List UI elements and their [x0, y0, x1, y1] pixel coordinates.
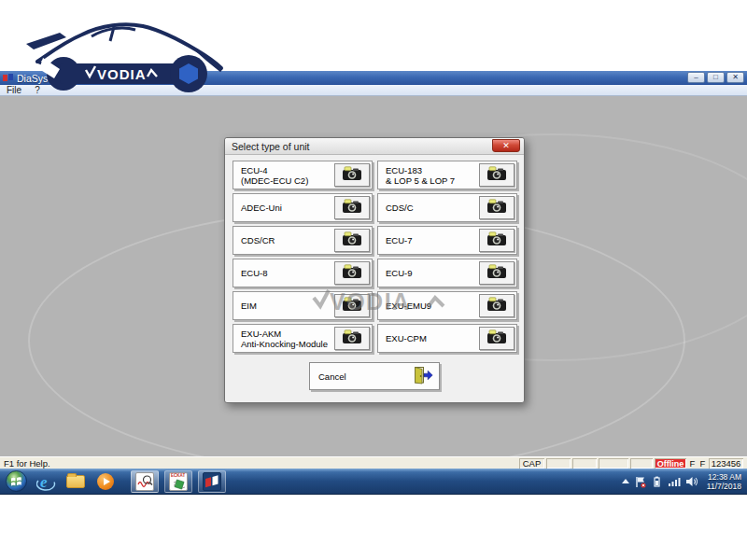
- unit-button-label-group: ECU-8: [241, 268, 268, 278]
- unit-button-label: EXU-EMU9: [386, 301, 431, 311]
- battery-icon[interactable]: [651, 476, 663, 487]
- camera-button[interactable]: [479, 327, 514, 350]
- logo-brand-text: VODIA: [97, 66, 147, 82]
- unit-button[interactable]: ECU-7: [377, 226, 517, 255]
- unit-button-label-group: ECU-9: [386, 268, 413, 278]
- status-offline-badge: Offline: [655, 458, 686, 469]
- status-code-cell: 123456: [709, 458, 743, 469]
- start-button[interactable]: [4, 470, 28, 493]
- status-empty-cell: [599, 458, 628, 469]
- mtu-task-button[interactable]: [198, 470, 226, 493]
- dialog-title: Select type of unit: [225, 141, 309, 152]
- window-controls: – □ ✕: [687, 72, 744, 83]
- camera-button[interactable]: [479, 196, 514, 219]
- unit-button-label: EXU-AKM: [241, 329, 328, 339]
- unit-button-label-group: EXU-AKM Anti-Knocking-Module: [241, 329, 328, 349]
- camera-icon: [486, 166, 507, 185]
- camera-icon: [342, 329, 362, 348]
- status-help-text: F1 for Help.: [1, 458, 517, 469]
- unit-button-label-group: EXU-CPM: [386, 333, 427, 343]
- mtu-flag-icon: [203, 472, 221, 491]
- unit-button[interactable]: CDS/CR: [233, 226, 373, 255]
- volume-icon[interactable]: [685, 476, 698, 487]
- tray-expand-icon[interactable]: [621, 478, 630, 485]
- unit-button-label-group: EXU-EMU9: [386, 301, 431, 311]
- unit-button-sublabel: & LOP 5 & LOP 7: [386, 175, 455, 186]
- unit-button[interactable]: EXU-AKM Anti-Knocking-Module: [233, 324, 373, 353]
- unit-button[interactable]: ECU-9: [377, 259, 517, 287]
- unit-button-label: ECU-183: [386, 165, 455, 175]
- unit-button-label-group: ECU-183 & LOP 5 & LOP 7: [386, 165, 455, 186]
- camera-icon: [486, 231, 507, 250]
- unit-button-label: ECU-9: [386, 268, 413, 278]
- cancel-button[interactable]: Cancel: [309, 362, 440, 390]
- unit-button-label-group: CDS/CR: [241, 235, 275, 245]
- unit-button[interactable]: EIM: [233, 291, 373, 320]
- system-tray: 12:38 AM 11/7/2018: [621, 469, 745, 495]
- clock-time: 12:38 AM: [707, 472, 741, 482]
- camera-icon: [342, 199, 362, 217]
- internet-explorer-icon[interactable]: e: [34, 470, 58, 493]
- unit-button[interactable]: EXU-CPM: [377, 324, 517, 353]
- unit-button-label: ADEC-Uni: [241, 203, 282, 213]
- status-bar: F1 for Help. CAP Offline F F 123456: [0, 456, 747, 469]
- unit-button-label: ECU-8: [241, 268, 268, 278]
- eckat-icon: ECKAT: [169, 472, 188, 491]
- status-flag-f2: F: [698, 458, 707, 469]
- camera-icon: [342, 297, 362, 315]
- unit-button-label: EXU-CPM: [386, 333, 427, 343]
- select-unit-dialog: Select type of unit ✕ ECU-4 (MDEC-ECU C2…: [224, 137, 525, 403]
- unit-button[interactable]: ECU-4 (MDEC-ECU C2): [233, 161, 373, 189]
- cancel-label: Cancel: [318, 371, 346, 382]
- status-empty-cell: [630, 458, 653, 469]
- minimize-button[interactable]: –: [687, 72, 705, 83]
- unit-button-label: EIM: [241, 301, 257, 311]
- camera-button[interactable]: [334, 327, 370, 350]
- unit-button-grid: ECU-4 (MDEC-ECU C2) ECU-183 & LOP 5 & LO…: [233, 161, 517, 353]
- camera-icon: [342, 231, 362, 250]
- camera-button[interactable]: [479, 294, 514, 317]
- camera-button[interactable]: [334, 261, 370, 285]
- status-cap-cell: CAP: [519, 458, 544, 469]
- unit-button-label-group: ADEC-Uni: [241, 203, 282, 213]
- camera-button[interactable]: [334, 163, 370, 187]
- camera-icon: [486, 264, 507, 283]
- media-player-icon[interactable]: [93, 470, 118, 493]
- unit-button[interactable]: ECU-183 & LOP 5 & LOP 7: [377, 161, 517, 189]
- unit-button[interactable]: EXU-EMU9: [377, 291, 517, 320]
- unit-button[interactable]: CDS/C: [377, 193, 517, 222]
- diasys-task-button[interactable]: [131, 470, 159, 493]
- maximize-button[interactable]: □: [707, 72, 725, 83]
- exit-door-icon: [413, 366, 433, 386]
- action-center-flag-icon[interactable]: [635, 476, 646, 488]
- svg-text:e: e: [40, 473, 48, 491]
- network-signal-icon[interactable]: [668, 476, 681, 487]
- diasys-icon: [135, 472, 154, 491]
- eckat-task-button[interactable]: ECKAT: [164, 470, 192, 493]
- camera-button[interactable]: [334, 294, 370, 317]
- camera-button[interactable]: [334, 229, 370, 252]
- unit-button-label: CDS/C: [386, 203, 414, 213]
- vodia-logo: VODIA: [6, 11, 228, 97]
- camera-button[interactable]: [479, 261, 514, 285]
- status-flag-f1: F: [688, 458, 697, 469]
- file-explorer-icon[interactable]: [63, 470, 88, 493]
- close-button[interactable]: ✕: [726, 72, 744, 83]
- unit-button-sublabel: Anti-Knocking-Module: [241, 339, 328, 349]
- unit-button-label-group: ECU-4 (MDEC-ECU C2): [241, 165, 308, 186]
- camera-icon: [486, 199, 507, 217]
- dialog-close-button[interactable]: ✕: [492, 139, 520, 152]
- clock-date: 11/7/2018: [707, 482, 741, 491]
- camera-button[interactable]: [479, 229, 514, 252]
- unit-button-sublabel: (MDEC-ECU C2): [241, 175, 308, 186]
- camera-button[interactable]: [479, 163, 514, 187]
- unit-button[interactable]: ADEC-Uni: [233, 193, 373, 222]
- taskbar-clock[interactable]: 12:38 AM 11/7/2018: [707, 472, 741, 491]
- dialog-title-bar: Select type of unit ✕: [225, 138, 524, 155]
- unit-button-label: ECU-7: [386, 235, 413, 245]
- unit-button[interactable]: ECU-8: [233, 259, 373, 287]
- status-empty-cell: [546, 458, 571, 469]
- unit-button-label: ECU-4: [241, 165, 308, 175]
- camera-button[interactable]: [334, 196, 370, 219]
- unit-button-label-group: EIM: [241, 301, 257, 311]
